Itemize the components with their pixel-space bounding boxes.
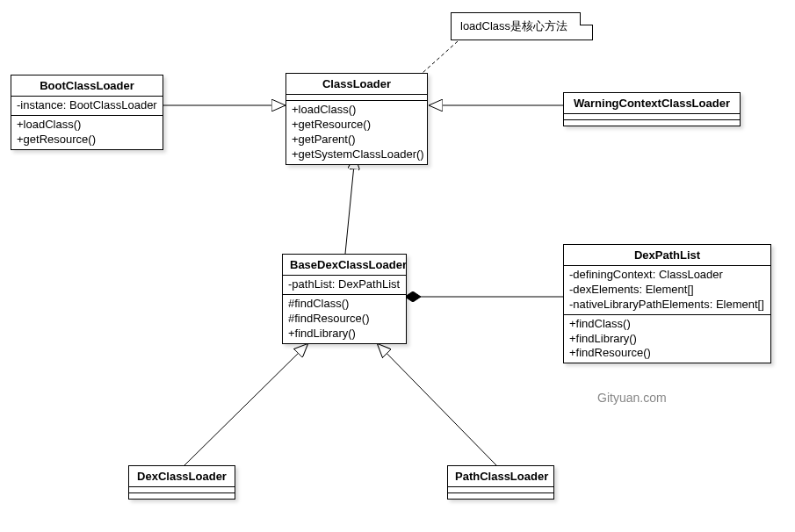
class-title: BaseDexClassLoader <box>283 255 406 276</box>
note-loadclass: loadClass是核心方法 <box>451 12 593 40</box>
svg-line-4 <box>184 344 307 465</box>
method-row: +findClass() <box>569 317 765 332</box>
class-warningcontextclassloader: WarningContextClassLoader <box>563 92 741 126</box>
attrs-section <box>286 95 427 101</box>
class-dexclassloader: DexClassLoader <box>128 465 235 500</box>
svg-line-3 <box>345 156 355 254</box>
method-row: +getParent() <box>292 133 422 147</box>
methods-section: +loadClass() +getResource() <box>11 116 163 149</box>
method-row: #findClass() <box>288 297 401 312</box>
method-row: +loadClass() <box>292 103 422 118</box>
attr-row: -dexElements: Element[] <box>569 283 765 298</box>
class-basedexclassloader: BaseDexClassLoader -pathList: DexPathLis… <box>282 254 407 344</box>
attrs-section: -definingContext: ClassLoader -dexElemen… <box>564 266 770 315</box>
methods-section <box>448 493 553 499</box>
attr-row: -definingContext: ClassLoader <box>569 268 765 283</box>
attrs-section: -pathList: DexPathList <box>283 276 406 295</box>
attrs-section <box>564 114 740 120</box>
method-row: +getSystemClassLoader() <box>292 147 422 162</box>
attr-row: -pathList: DexPathList <box>288 277 401 292</box>
svg-line-0 <box>423 41 458 73</box>
note-text: loadClass是核心方法 <box>460 19 567 32</box>
class-title: PathClassLoader <box>448 466 553 487</box>
method-row: +loadClass() <box>17 118 157 133</box>
attrs-section <box>448 487 553 493</box>
method-row: +getResource() <box>292 118 422 133</box>
class-bootclassloader: BootClassLoader -instance: BootClassLoad… <box>11 75 163 150</box>
methods-section: +findClass() +findLibrary() +findResourc… <box>564 315 770 363</box>
method-row: +findLibrary() <box>569 332 765 347</box>
attr-row: -nativeLibraryPathElements: Element[] <box>569 298 765 313</box>
note-fold-corner <box>580 12 593 25</box>
class-title: BootClassLoader <box>11 75 163 97</box>
class-dexpathlist: DexPathList -definingContext: ClassLoade… <box>563 244 771 363</box>
attrs-section: -instance: BootClassLoader <box>11 97 163 116</box>
methods-section <box>564 120 740 126</box>
class-classloader: ClassLoader +loadClass() +getResource() … <box>285 73 428 165</box>
watermark-text: Gityuan.com <box>597 391 667 405</box>
svg-line-5 <box>378 344 496 465</box>
attrs-section <box>129 487 235 493</box>
class-pathclassloader: PathClassLoader <box>447 465 554 500</box>
method-row: +findLibrary() <box>288 327 401 341</box>
method-row: #findResource() <box>288 312 401 327</box>
attr-row: -instance: BootClassLoader <box>17 98 157 113</box>
method-row: +getResource() <box>17 133 157 147</box>
methods-section <box>129 493 235 499</box>
class-title: WarningContextClassLoader <box>564 93 740 114</box>
methods-section: #findClass() #findResource() +findLibrar… <box>283 295 406 343</box>
methods-section: +loadClass() +getResource() +getParent()… <box>286 101 427 164</box>
class-title: DexPathList <box>564 245 770 266</box>
class-title: ClassLoader <box>286 74 427 95</box>
class-title: DexClassLoader <box>129 466 235 487</box>
method-row: +findResource() <box>569 346 765 361</box>
